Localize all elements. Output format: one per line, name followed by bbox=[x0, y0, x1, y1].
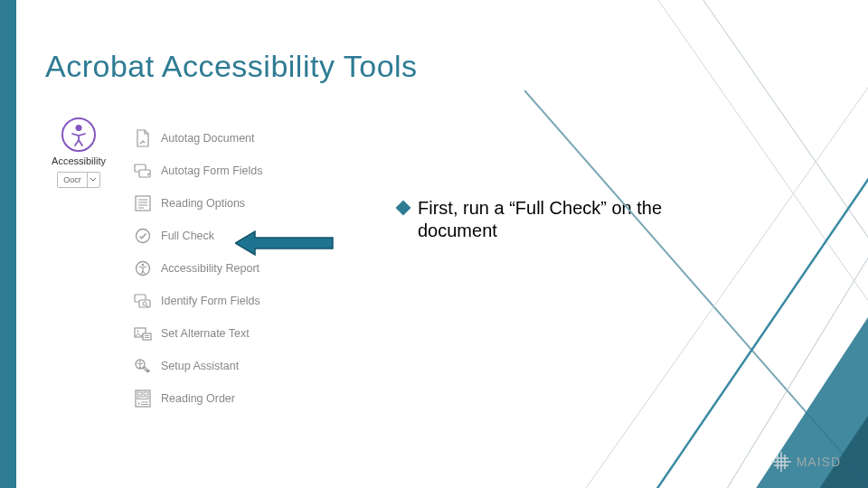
accessibility-report-icon bbox=[134, 259, 152, 277]
svg-rect-25 bbox=[137, 397, 148, 399]
svg-point-7 bbox=[137, 230, 150, 243]
accessibility-tool-list: Autotag Document Autotag Form Fields Rea… bbox=[134, 122, 297, 415]
tool-reading-options[interactable]: Reading Options bbox=[134, 187, 297, 220]
tool-set-alternate-text[interactable]: Set Alternate Text bbox=[134, 317, 297, 350]
tool-label: Full Check bbox=[161, 230, 214, 242]
tool-autotag-document[interactable]: Autotag Document bbox=[134, 122, 297, 155]
accessibility-icon bbox=[61, 117, 96, 152]
svg-point-9 bbox=[142, 264, 145, 267]
svg-line-34 bbox=[705, 199, 868, 488]
tool-label: Autotag Document bbox=[161, 132, 255, 145]
diamond-bullet-icon bbox=[396, 201, 411, 216]
tool-label: Set Alternate Text bbox=[161, 327, 250, 340]
brand-name: MAISD bbox=[797, 455, 841, 469]
check-circle-icon bbox=[134, 227, 152, 245]
accessibility-dropdown-value: Oocr bbox=[58, 175, 87, 184]
tool-label: Accessibility Report bbox=[161, 262, 259, 275]
decorative-diagonal-lines bbox=[524, 0, 868, 488]
identify-form-fields-icon bbox=[134, 292, 152, 310]
accessibility-dropdown[interactable]: Oocr bbox=[57, 172, 100, 188]
tool-accessibility-report[interactable]: Accessibility Report bbox=[134, 252, 297, 285]
svg-line-30 bbox=[678, 0, 868, 289]
svg-line-29 bbox=[633, 0, 868, 352]
tool-reading-order[interactable]: Reading Order bbox=[134, 382, 297, 415]
footer-brand: MAISD bbox=[771, 452, 841, 472]
alternate-text-icon bbox=[134, 324, 152, 343]
svg-rect-16 bbox=[143, 333, 151, 340]
svg-rect-11 bbox=[139, 300, 150, 307]
svg-marker-28 bbox=[235, 231, 333, 255]
tool-label: Reading Order bbox=[161, 392, 235, 405]
svg-rect-24 bbox=[144, 392, 148, 395]
slide-title: Acrobat Accessibility Tools bbox=[45, 49, 418, 84]
document-tag-icon bbox=[134, 129, 152, 147]
reading-options-icon bbox=[134, 194, 152, 212]
setup-assistant-icon bbox=[134, 357, 152, 375]
tool-label: Autotag Form Fields bbox=[161, 164, 263, 177]
tool-autotag-form-fields[interactable]: Autotag Form Fields bbox=[134, 155, 297, 187]
svg-point-20 bbox=[139, 361, 141, 363]
tool-label: Identify Form Fields bbox=[161, 295, 260, 307]
svg-line-32 bbox=[561, 36, 868, 488]
tool-label: Setup Assistant bbox=[161, 360, 239, 372]
svg-line-31 bbox=[524, 90, 868, 488]
svg-line-33 bbox=[633, 127, 868, 488]
bullet-item: First, run a “Full Check” on the documen… bbox=[398, 197, 687, 242]
reading-order-icon bbox=[134, 389, 152, 408]
accessibility-label: Accessibility bbox=[43, 155, 114, 166]
bullet-text: First, run a “Full Check” on the documen… bbox=[418, 197, 687, 242]
callout-arrow-icon bbox=[235, 230, 335, 257]
svg-rect-2 bbox=[136, 196, 150, 211]
svg-rect-23 bbox=[137, 392, 142, 395]
slide: Acrobat Accessibility Tools Accessibilit… bbox=[0, 0, 868, 488]
slide-left-accent-bar bbox=[0, 0, 16, 488]
tool-identify-form-fields[interactable]: Identify Form Fields bbox=[134, 285, 297, 317]
tool-setup-assistant[interactable]: Setup Assistant bbox=[134, 350, 297, 382]
brand-logo-icon bbox=[771, 452, 791, 472]
accessibility-panel-header: Accessibility Oocr bbox=[43, 117, 114, 188]
chevron-down-icon bbox=[87, 173, 99, 187]
form-fields-tag-icon bbox=[134, 162, 152, 180]
svg-point-15 bbox=[137, 331, 139, 333]
tool-label: Reading Options bbox=[161, 197, 245, 210]
